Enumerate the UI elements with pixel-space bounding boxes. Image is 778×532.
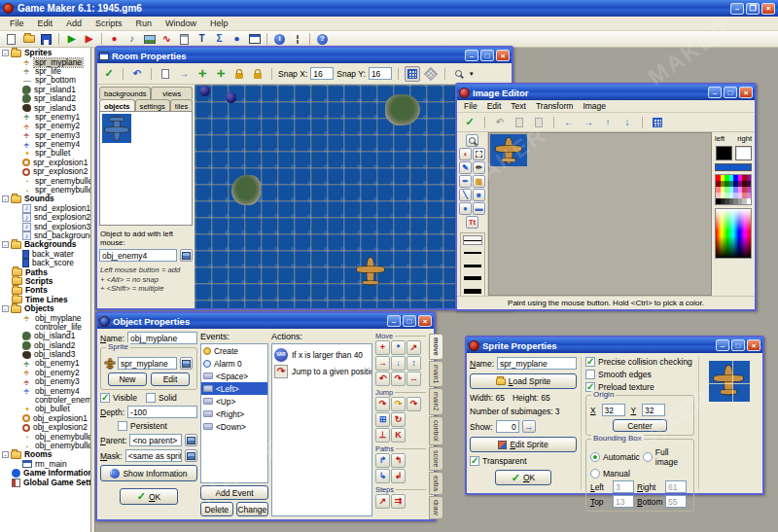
line-width-option[interactable] — [463, 273, 482, 283]
menu-run[interactable]: Run — [129, 18, 159, 29]
visible-checkbox-box[interactable] — [100, 393, 110, 403]
bbox-bottom-input[interactable]: 55 — [665, 495, 687, 508]
parent-field[interactable]: <no parent> — [129, 434, 182, 446]
tree-item-snd-explosion2[interactable]: snd_explosion2 — [0, 213, 90, 222]
tree-item-global-game-settings[interactable]: Global Game Settings — [0, 478, 90, 486]
expander-icon[interactable]: - — [2, 50, 9, 56]
placed-player-plane[interactable] — [357, 258, 384, 285]
room-shift-button[interactable]: → — [176, 66, 192, 82]
image-editor-canvas[interactable] — [488, 132, 712, 296]
action-button[interactable]: ↲ — [391, 469, 406, 483]
spray-tool-button[interactable]: ▨ — [473, 175, 485, 188]
object-properties-titlebar[interactable]: Object Properties – □ × — [97, 313, 434, 329]
placed-island-sprite[interactable] — [231, 175, 261, 205]
ie-shift-up-button[interactable]: ↑ — [600, 115, 616, 130]
room-close-button[interactable]: × — [496, 50, 510, 61]
toolbar-sound-button[interactable]: ♪ — [124, 32, 140, 47]
left-color-swatch[interactable] — [716, 146, 732, 160]
action-button[interactable]: ⇉ — [391, 494, 406, 509]
sp-maximize-button[interactable]: □ — [731, 339, 745, 351]
zoom-menu-button[interactable] — [451, 66, 467, 82]
room-tab-backgrounds[interactable]: backgrounds — [99, 87, 151, 99]
toolbar-debug-button[interactable]: ▶ — [81, 32, 97, 47]
sp-close-button[interactable]: × — [747, 339, 760, 351]
toolbar-script-button[interactable] — [176, 32, 193, 47]
image-editor-titlebar[interactable]: Image Editor – □ × — [457, 85, 755, 100]
bbox-top-input[interactable]: 13 — [613, 495, 634, 508]
snap-y-input[interactable]: 16 — [369, 67, 392, 80]
minimize-button[interactable]: – — [730, 3, 744, 15]
menu-window[interactable]: Window — [159, 18, 203, 29]
line-width-option[interactable] — [463, 235, 482, 245]
object-picker-button[interactable] — [180, 249, 193, 262]
placed-object-orb[interactable] — [226, 92, 236, 103]
toolbar-timeline-button[interactable]: Σ — [211, 32, 228, 47]
rect-tool-button[interactable]: ■ — [473, 189, 485, 201]
bbox-automatic-radio[interactable]: Automatic — [590, 452, 640, 462]
toolbar-object-button[interactable]: ● — [229, 32, 245, 47]
sprite-frame-thumbnail[interactable] — [490, 134, 527, 166]
solid-checkbox[interactable]: Solid — [146, 393, 177, 403]
room-unlock-button[interactable] — [250, 66, 265, 82]
solid-checkbox-box[interactable] — [146, 393, 156, 403]
event-item-create[interactable]: Create — [201, 344, 267, 357]
precise-collision-box[interactable] — [585, 357, 595, 367]
pencil-tool-button[interactable]: ✏ — [473, 161, 485, 174]
action-button[interactable]: ↷ — [391, 397, 406, 411]
room-minimize-button[interactable]: – — [465, 50, 478, 61]
toolbar-sprite-button[interactable]: ● — [106, 32, 123, 47]
room-clear-button[interactable] — [158, 66, 173, 82]
edit-sprite-button[interactable]: Edit Sprite — [470, 437, 577, 452]
smooth-edges-checkbox[interactable]: Smooth edges — [585, 370, 694, 379]
action-button[interactable]: ↷ — [391, 372, 406, 386]
event-item--left-[interactable]: <Left> — [201, 382, 267, 395]
menu-file[interactable]: File — [3, 18, 31, 29]
tab-move[interactable]: move — [429, 334, 443, 360]
action-button[interactable]: ↳ — [375, 469, 390, 483]
toolbar-settings-button[interactable] — [289, 32, 305, 47]
line-width-option[interactable] — [463, 261, 482, 270]
sp-minimize-button[interactable]: – — [716, 339, 729, 351]
restore-button[interactable]: ❐ — [746, 3, 760, 15]
ie-close-button[interactable]: × — [739, 87, 753, 98]
event-item--up-[interactable]: <Up> — [201, 395, 267, 408]
ie-maximize-button[interactable]: □ — [724, 87, 737, 98]
origin-y-input[interactable]: 32 — [642, 404, 665, 416]
sprite-name-input[interactable]: spr_myplane — [497, 357, 577, 370]
toolbar-run-button[interactable]: ▶ — [63, 32, 80, 47]
action-button[interactable]: ↓ — [391, 356, 406, 371]
action-button[interactable]: ↷ — [407, 397, 421, 411]
room-undo-button[interactable]: ↶ — [129, 66, 145, 82]
op-minimize-button[interactable]: – — [387, 315, 401, 327]
automatic-radio-button[interactable] — [590, 452, 600, 462]
next-subimage-button[interactable]: → — [522, 420, 536, 433]
mask-field[interactable]: <same as sprite> — [125, 449, 182, 462]
ellipse-tool-button[interactable]: ● — [459, 202, 472, 215]
ie-grid-button[interactable] — [650, 115, 665, 130]
line-tool-button[interactable]: ╲ — [459, 189, 472, 201]
zoom-tool-button[interactable] — [466, 134, 478, 147]
action-button[interactable]: ⊞ — [375, 412, 390, 427]
menu-edit[interactable]: Edit — [31, 18, 60, 29]
ie-menu-transform[interactable]: Transform — [531, 101, 578, 111]
tree-item-sprites[interactable]: -Sprites — [0, 49, 90, 57]
action-button[interactable]: ↻ — [391, 412, 406, 427]
bbox-fullimage-radio[interactable]: Full image — [643, 447, 690, 467]
event-item-alarm-0[interactable]: Alarm 0 — [201, 357, 267, 370]
toolbar-help-button[interactable]: ? — [314, 32, 331, 47]
room-sort-h-button[interactable]: ✛ — [194, 66, 210, 82]
action-button[interactable]: → — [375, 356, 390, 371]
action-button[interactable]: ⊥ — [375, 428, 390, 443]
op-close-button[interactable]: × — [418, 315, 432, 327]
room-objects-list[interactable] — [99, 111, 193, 226]
room-lock-button[interactable] — [231, 66, 247, 82]
tab-score[interactable]: score — [429, 446, 443, 472]
palette-color[interactable] — [747, 198, 752, 204]
menu-scripts[interactable]: Scripts — [88, 18, 129, 29]
show-input[interactable]: 0 — [496, 420, 519, 433]
room-sort-v-button[interactable]: ✛ — [213, 66, 229, 82]
action-button[interactable]: ↗ — [375, 494, 390, 509]
precise-collision-checkbox[interactable]: Precise collision checking — [585, 357, 694, 367]
change-event-button[interactable]: Change — [236, 502, 269, 516]
flip-tool-button[interactable]: ◖ — [459, 148, 472, 160]
